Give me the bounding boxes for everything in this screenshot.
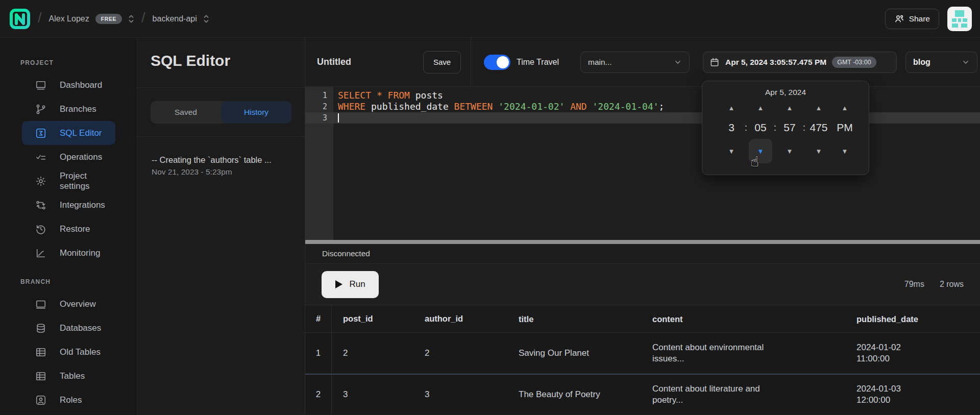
- hour-down-button[interactable]: ▼: [720, 139, 743, 163]
- millisecond-down-button[interactable]: ▼: [807, 139, 830, 163]
- time-travel-label: Time Travel: [517, 58, 568, 67]
- roles-icon: [35, 395, 46, 406]
- cell-num: 1: [305, 333, 332, 374]
- datetime-picker-popup: Apr 5, 2024 ▲3▼:▲05▼:▲57▼:▲475▼▲PM▼: [702, 81, 869, 175]
- run-row: Run 79ms 2 rows: [305, 264, 980, 305]
- meridiem-up-button[interactable]: ▲: [833, 99, 856, 116]
- sidebar-item-label: Project settings: [60, 171, 115, 191]
- history-item[interactable]: -- Creating the `authors` table ... Nov …: [137, 155, 305, 177]
- picker-millisecond-column: ▲475▼: [807, 99, 830, 163]
- sidebar-item-operations[interactable]: Operations: [22, 145, 115, 169]
- table-row[interactable]: 122Saving Our PlanetContent about enviro…: [305, 333, 980, 374]
- code-text: WHERE published_date BETWEEN '2024-01-02…: [333, 101, 664, 112]
- sidebar-item-label: Databases: [60, 323, 101, 333]
- sidebar-item-label: Roles: [60, 395, 82, 405]
- database-select-value: blog: [913, 58, 930, 67]
- results-header: #post_idauthor_idtitlecontentpublished_d…: [305, 305, 980, 333]
- sidebar-item-label: Integrations: [60, 200, 105, 210]
- operations-icon: [35, 152, 46, 163]
- table-row[interactable]: 233The Beauty of PoetryContent about lit…: [305, 374, 980, 414]
- sidebar-item-integrations[interactable]: Integrations: [22, 193, 115, 217]
- people-icon: [894, 14, 904, 24]
- connection-status: Disconnected: [322, 249, 370, 258]
- sidebar: PROJECT DashboardBranchesSQL EditorOpera…: [0, 38, 137, 415]
- millisecond-value: 475: [807, 116, 830, 139]
- code-line-2[interactable]: 2WHERE published_date BETWEEN '2024-01-0…: [305, 101, 980, 112]
- sidebar-item-label: SQL Editor: [60, 128, 102, 138]
- sidebar-item-old-tables[interactable]: Old Tables: [22, 340, 115, 364]
- sidebar-item-tables[interactable]: Tables: [22, 364, 115, 388]
- column-header-post_id: post_id: [332, 305, 413, 332]
- column-header-title: title: [507, 305, 641, 332]
- code-line-3[interactable]: 3: [305, 112, 980, 124]
- sidebar-section-project: PROJECT: [20, 59, 137, 66]
- cell-content: Content about environmental issues...: [641, 333, 845, 374]
- branch-select[interactable]: main...: [580, 52, 690, 73]
- sidebar-item-monitoring[interactable]: Monitoring: [22, 241, 115, 265]
- table-icon: [35, 371, 46, 382]
- cell-post_id: 2: [332, 333, 413, 374]
- picker-date-label: Apr 5, 2024: [702, 88, 869, 97]
- second-up-button[interactable]: ▲: [778, 99, 801, 116]
- second-value: 57: [778, 116, 801, 139]
- time-separator: :: [772, 99, 778, 163]
- code-text: [333, 112, 339, 124]
- connection-status-bar: Disconnected: [305, 244, 980, 264]
- project-switch-chevrons-icon[interactable]: [203, 14, 209, 24]
- line-number: 2: [305, 101, 333, 112]
- plan-badge: FREE: [95, 14, 122, 24]
- breadcrumb-org[interactable]: Alex Lopez: [49, 14, 89, 23]
- chevron-down-icon: [962, 58, 970, 66]
- breadcrumb-slash: /: [141, 10, 145, 26]
- sidebar-item-label: Old Tables: [60, 347, 101, 357]
- minute-up-button[interactable]: ▲: [749, 99, 772, 116]
- database-select[interactable]: blog: [905, 52, 977, 73]
- cell-title: The Beauty of Poetry: [507, 375, 641, 414]
- history-query: -- Creating the `authors` table ...: [152, 155, 305, 165]
- save-button[interactable]: Save: [423, 51, 461, 74]
- cell-author_id: 3: [413, 375, 507, 414]
- sidebar-item-dashboard[interactable]: Dashboard: [22, 73, 115, 97]
- second-down-button[interactable]: ▼: [778, 139, 801, 163]
- pane-resize-handle[interactable]: [305, 240, 980, 244]
- sidebar-item-roles[interactable]: Roles: [22, 388, 115, 412]
- datetime-picker-button[interactable]: Apr 5, 2024 3:05:57.475 PM GMT -03:00: [703, 52, 897, 73]
- cell-post_id: 3: [332, 375, 413, 414]
- restore-icon: [35, 224, 46, 235]
- sidebar-section-branch: BRANCH: [20, 278, 137, 285]
- tab-saved[interactable]: Saved: [151, 101, 221, 124]
- query-tab-title: Untitled: [317, 57, 359, 67]
- avatar[interactable]: [947, 7, 972, 31]
- sidebar-item-label: Overview: [60, 299, 96, 309]
- org-switch-chevrons-icon[interactable]: [128, 14, 134, 24]
- monitoring-icon: [35, 248, 46, 259]
- meridiem-down-button[interactable]: ▼: [833, 139, 856, 163]
- row-count: 2 rows: [940, 280, 964, 289]
- sidebar-item-label: Tables: [60, 371, 85, 381]
- editor-header: Untitled Save Time Travel main... Apr 5,…: [305, 38, 980, 87]
- neon-logo-icon[interactable]: [9, 8, 31, 30]
- sidebar-item-branches[interactable]: Branches: [22, 97, 115, 121]
- millisecond-up-button[interactable]: ▲: [807, 99, 830, 116]
- breadcrumb-project[interactable]: backend-api: [153, 14, 197, 23]
- sidebar-item-databases[interactable]: Databases: [22, 316, 115, 340]
- share-button[interactable]: Share: [885, 9, 939, 29]
- code-editor[interactable]: 1SELECT * FROM posts2WHERE published_dat…: [305, 87, 980, 240]
- sidebar-item-overview[interactable]: Overview: [22, 292, 115, 316]
- query-duration: 79ms: [904, 280, 924, 289]
- code-line-1[interactable]: 1SELECT * FROM posts: [305, 90, 980, 101]
- tab-history[interactable]: History: [221, 101, 291, 124]
- page-title: SQL Editor: [137, 38, 305, 87]
- run-button[interactable]: Run: [322, 271, 379, 298]
- selected-timestamp: Apr 5, 2024 3:05:57.475 PM: [725, 58, 826, 67]
- databases-icon: [35, 323, 46, 334]
- hour-up-button[interactable]: ▲: [720, 99, 743, 116]
- sidebar-item-restore[interactable]: Restore: [22, 217, 115, 241]
- sidebar-item-sql-editor[interactable]: SQL Editor: [22, 121, 115, 145]
- meridiem-value: PM: [833, 116, 856, 139]
- cell-published_date: 2024-01-02 11:00:00: [845, 333, 980, 374]
- cell-content: Content about literature and poetry...: [641, 375, 845, 414]
- sidebar-item-project-settings[interactable]: Project settings: [22, 169, 115, 193]
- time-travel-toggle[interactable]: [484, 55, 510, 70]
- share-label: Share: [909, 14, 930, 23]
